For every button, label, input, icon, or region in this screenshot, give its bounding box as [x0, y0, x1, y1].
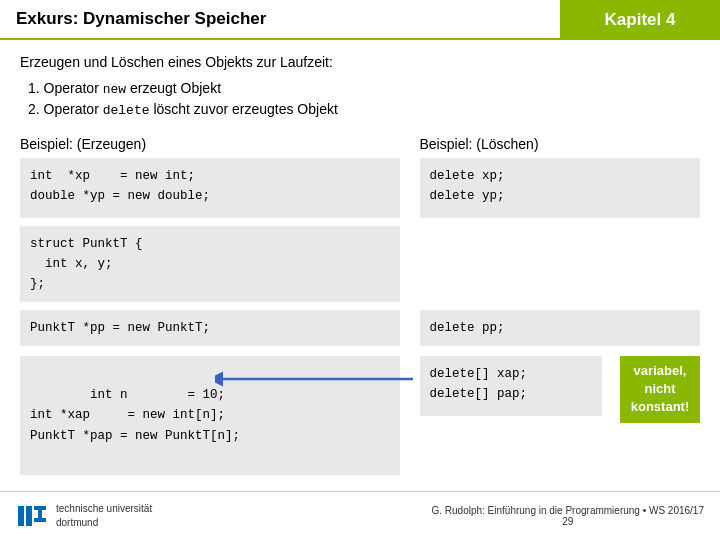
arrow-svg: [215, 370, 415, 388]
bottom-right: delete[] xap; delete[] pap; variabel, ni…: [420, 356, 701, 423]
list-item-2: 2. Operator delete löscht zuvor erzeugte…: [28, 101, 700, 118]
loeschen-title: Beispiel: (Löschen): [420, 136, 701, 152]
loeschen-punktt: delete pp;: [420, 310, 701, 346]
erzeugen-title: Beispiel: (Erzeugen): [20, 136, 400, 152]
arrow-decoration: [215, 370, 415, 388]
slide-title: Exkurs: Dynamischer Speicher: [0, 0, 560, 40]
svg-rect-5: [34, 506, 46, 510]
chapter-badge: Kapitel 4: [560, 0, 720, 40]
main-content: Erzeugen und Löschen eines Objekts zur L…: [0, 40, 720, 485]
chapter-text: Kapitel 4: [605, 10, 676, 30]
svg-rect-4: [26, 506, 32, 526]
variabel-note: variabel, nicht konstant!: [620, 356, 700, 423]
loeschen-code1: delete xp; delete yp;: [420, 158, 701, 218]
bottom-right-code: delete[] xap; delete[] pap;: [420, 356, 603, 416]
example-erzeugen: Beispiel: (Erzeugen) int *xp = new int; …: [20, 136, 400, 346]
list-item-1: 1. Operator new erzeugt Objekt: [28, 80, 700, 97]
examples-row: Beispiel: (Erzeugen) int *xp = new int; …: [20, 136, 700, 346]
bottom-row: int n = 10; int *xap = new int[n]; Punkt…: [20, 356, 700, 475]
erzeugen-code1: int *xp = new int; double *yp = new doub…: [20, 158, 400, 218]
example-loeschen: Beispiel: (Löschen) delete xp; delete yp…: [420, 136, 701, 346]
header: Exkurs: Dynamischer Speicher Kapitel 4: [0, 0, 720, 40]
title-text: Exkurs: Dynamischer Speicher: [16, 9, 266, 29]
footer-uni-text: technische universität dortmund: [56, 502, 152, 530]
svg-rect-6: [38, 510, 42, 518]
intro-line1: Erzeugen und Löschen eines Objekts zur L…: [20, 54, 700, 70]
erzeugen-struct: struct PunktT { int x, y; };: [20, 226, 400, 302]
erzeugen-punktt: PunktT *pp = new PunktT;: [20, 310, 400, 346]
footer-divider: [0, 491, 720, 492]
footer-logo: technische universität dortmund: [16, 500, 152, 532]
svg-rect-3: [18, 506, 24, 526]
footer: technische universität dortmund G. Rudol…: [0, 500, 720, 532]
footer-info: G. Rudolph: Einführung in die Programmie…: [431, 505, 704, 527]
svg-rect-7: [34, 518, 46, 522]
tu-logo-icon: [16, 500, 48, 532]
